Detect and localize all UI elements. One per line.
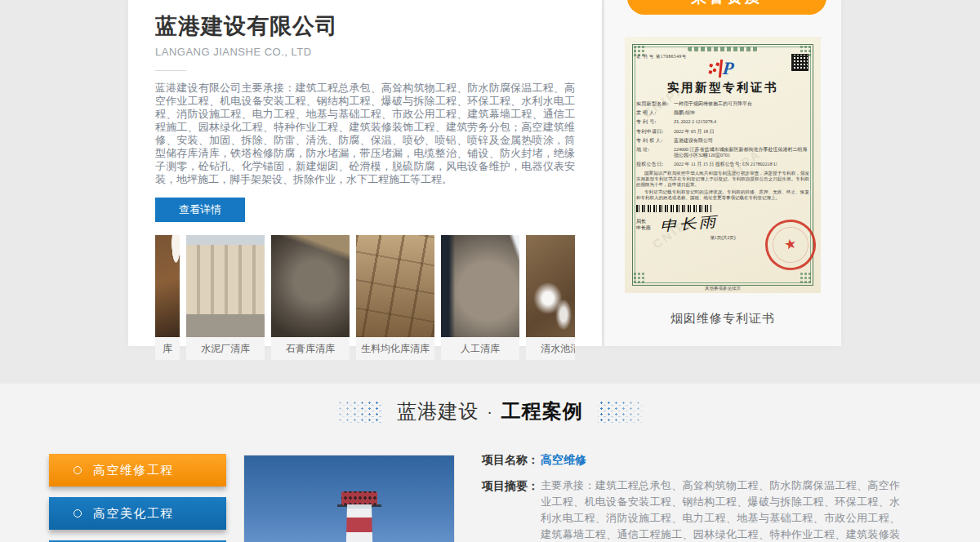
director-signature: 申长雨 bbox=[659, 212, 719, 236]
circle-icon bbox=[74, 466, 82, 474]
company-name: 蓝港建设有限公司 bbox=[155, 11, 575, 41]
cement-plant-photo bbox=[186, 235, 265, 337]
tab-high-altitude-beautify[interactable]: 高空美化工程 bbox=[49, 497, 226, 530]
field-value: 2022 年 05 月 18 日 bbox=[674, 129, 809, 135]
logo-red-marks bbox=[712, 68, 716, 72]
chimney-body bbox=[345, 504, 373, 542]
project-summary-label: 项目摘要： bbox=[482, 478, 541, 542]
director-block: 局长 申长雨 bbox=[636, 218, 651, 231]
cases-section: 蓝港建设 · 工程案例 高空维修工程 高空美化工程 bbox=[0, 384, 980, 542]
section-title-brand: 蓝港建设 bbox=[397, 398, 479, 424]
certificate-fields: 实用新型名称:一种用于烟囱维修施工的可升降平台 发 明 人:颜鹏;胡坤 专 利 … bbox=[636, 101, 809, 167]
circle-icon bbox=[74, 509, 82, 518]
tab-high-altitude-repair[interactable]: 高空维修工程 bbox=[49, 454, 226, 486]
field-label: 地 址: bbox=[636, 147, 674, 158]
homogenization-silo-photo bbox=[356, 235, 434, 337]
certificate-footnote: 其他事项参见续页 bbox=[625, 286, 821, 291]
project-carousel[interactable]: 库 水泥厂清库 石膏库清库 生料均化库清库 人工清库 清水池清库 bbox=[155, 235, 575, 360]
project-name-link[interactable]: 高空维修 bbox=[541, 451, 586, 468]
section-title-separator: · bbox=[487, 402, 493, 421]
honor-panel: - 荣誉资质 - CNIPA CNIPA CNIPA 证 书 号 第170865… bbox=[604, 0, 841, 346]
cnipa-logo: P bbox=[706, 61, 739, 79]
tab-label: 高空美化工程 bbox=[93, 506, 174, 522]
carousel-item[interactable]: 人工清库 bbox=[441, 235, 519, 360]
field-value: 2022 年 11 月 15 日 授权公告号: CN 217802218 U bbox=[674, 162, 809, 167]
field-value: ZL 2022 2 1215078.4 bbox=[674, 119, 809, 125]
field-label: 专利申请日: bbox=[636, 129, 674, 135]
barcode bbox=[636, 205, 711, 212]
carousel-caption: 生料均化库清库 bbox=[356, 337, 434, 360]
carousel-item[interactable]: 石膏库清库 bbox=[271, 235, 350, 360]
qr-code bbox=[792, 55, 808, 70]
project-summary-text: 主要承接：建筑工程总承包、高耸构筑物工程、防水防腐保温工程、高空作业工程、机电设… bbox=[541, 478, 900, 542]
silo-photo bbox=[155, 235, 180, 337]
field-label: 授权公告日: bbox=[636, 162, 674, 167]
carousel-caption: 水泥厂清库 bbox=[186, 337, 265, 360]
view-details-button[interactable]: 查看详情 bbox=[155, 198, 245, 222]
field-label: 发 明 人: bbox=[636, 110, 674, 116]
carousel-caption: 石膏库清库 bbox=[271, 337, 350, 360]
carousel-caption: 库 bbox=[155, 337, 180, 360]
carousel-item[interactable]: 清水池清库 bbox=[526, 235, 575, 360]
green-flourish bbox=[688, 47, 758, 51]
carousel-item[interactable]: 库 bbox=[155, 235, 180, 360]
director-label: 局长 bbox=[636, 218, 651, 224]
clear-water-pool-photo bbox=[526, 235, 575, 337]
gypsum-silo-photo bbox=[271, 235, 350, 337]
dots-decoration bbox=[598, 400, 644, 423]
logo-p-glyph: P bbox=[719, 60, 735, 78]
tab-label: 高空维修工程 bbox=[93, 463, 174, 478]
field-label: 实用新型名称: bbox=[636, 101, 674, 107]
cases-header: 蓝港建设 · 工程案例 bbox=[0, 398, 980, 424]
carousel-caption: 清水池清库 bbox=[526, 337, 575, 360]
field-label: 专 利 号: bbox=[636, 119, 674, 125]
page: 蓝港建设有限公司 LANGANG JIANSHE CO., LTD 蓝港建设有限… bbox=[0, 0, 980, 542]
dots-decoration bbox=[336, 400, 382, 423]
legal-paragraph: 国家知识产权局依照中华人民共和国专利法进行初步审查，决定授予专利权，颁发实用新型… bbox=[636, 171, 809, 188]
carousel-caption: 人工清库 bbox=[441, 337, 519, 360]
field-value: 224000 江苏省盐城市城南新区新都街道办事处伍佑港村二组海德公园小区32幢1… bbox=[674, 147, 809, 158]
certificate-title: 实用新型专利证书 bbox=[636, 80, 809, 96]
field-value: 蓝港建设有限公司 bbox=[674, 138, 809, 144]
section-title-main: 工程案例 bbox=[501, 398, 583, 424]
carousel-item[interactable]: 水泥厂清库 bbox=[186, 235, 265, 360]
project-summary-row: 项目摘要： 主要承接：建筑工程总承包、高耸构筑物工程、防水防腐保温工程、高空作业… bbox=[482, 478, 900, 542]
manual-clearing-photo bbox=[441, 235, 519, 337]
section-title: 蓝港建设 · 工程案例 bbox=[397, 398, 583, 424]
certificate-caption: 烟囱维修专利证书 bbox=[604, 311, 841, 327]
star-icon: ★ bbox=[782, 234, 798, 254]
chimney-cap bbox=[341, 491, 377, 505]
case-category-tabs: 高空维修工程 高空美化工程 bbox=[49, 454, 226, 542]
project-name-label: 项目名称： bbox=[482, 451, 541, 468]
project-name-row: 项目名称： 高空维修 bbox=[482, 451, 900, 468]
divider bbox=[155, 70, 186, 71]
patent-certificate-image[interactable]: CNIPA CNIPA CNIPA 证 书 号 第17086549号 P 实用新… bbox=[625, 37, 821, 293]
company-name-en: LANGANG JIANSHE CO., LTD bbox=[155, 46, 575, 58]
honor-badge-button[interactable]: - 荣誉资质 - bbox=[627, 0, 826, 15]
certificate-number: 证 书 号 第17086549号 bbox=[636, 54, 809, 60]
chimney-case-photo[interactable] bbox=[243, 455, 455, 542]
project-info: 项目名称： 高空维修 项目摘要： 主要承接：建筑工程总承包、高耸构筑物工程、防水… bbox=[482, 451, 900, 542]
company-panel: 蓝港建设有限公司 LANGANG JIANSHE CO., LTD 蓝港建设有限… bbox=[128, 0, 602, 346]
director-printed-name: 申长雨 bbox=[636, 224, 651, 231]
field-value: 颜鹏;胡坤 bbox=[674, 110, 809, 116]
field-label: 专 利 权 人: bbox=[636, 138, 674, 144]
legal-paragraph: 专利证书记载专利权登记时的法律状况。专利权的转移、质押、无效、终止、恢复和专利权… bbox=[636, 189, 809, 201]
field-value: 一种用于烟囱维修施工的可升降平台 bbox=[674, 101, 809, 107]
company-intro: 蓝港建设有限公司主要承接：建筑工程总承包、高耸构筑物工程、防水防腐保温工程、高空… bbox=[155, 82, 575, 186]
carousel-item[interactable]: 生料均化库清库 bbox=[356, 235, 434, 360]
